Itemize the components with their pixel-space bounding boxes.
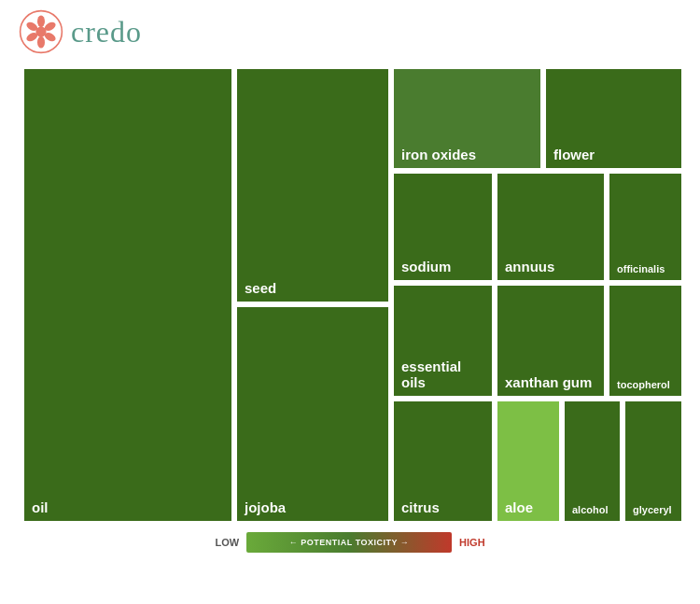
legend: LOW ← POTENTIAL TOXICITY → HIGH: [19, 532, 681, 553]
treemap-cell-aloe: aloe: [495, 399, 562, 524]
treemap: oil seed jojoba iron oxides flower sodiu…: [19, 63, 681, 521]
treemap-cell-alcohol: alcohol: [562, 399, 623, 524]
legend-low-label: LOW: [215, 537, 239, 548]
legend-arrow-text: ← POTENTIAL TOXICITY →: [289, 538, 410, 547]
treemap-cell-sodium: sodium: [391, 171, 495, 283]
treemap-cell-jojoba: jojoba: [234, 304, 391, 524]
treemap-cell-citrus: citrus: [391, 399, 495, 524]
treemap-cell-seed: seed: [234, 66, 391, 304]
treemap-cell-tocopherol: tocopherol: [607, 283, 684, 399]
legend-high-label: HIGH: [459, 537, 485, 548]
treemap-cell-xanthan-gum: xanthan gum: [495, 283, 607, 399]
treemap-cell-flower: flower: [543, 66, 684, 171]
treemap-cell-oil: oil: [21, 66, 234, 524]
legend-gradient: ← POTENTIAL TOXICITY →: [246, 532, 452, 553]
credo-logo-icon: [19, 9, 63, 54]
logo-text: credo: [71, 15, 142, 49]
header: credo: [19, 9, 681, 54]
treemap-cell-officinalis: officinalis: [607, 171, 684, 283]
treemap-cell-glyceryl: glyceryl: [623, 399, 684, 524]
svg-point-7: [35, 26, 46, 36]
treemap-cell-iron-oxides: iron oxides: [391, 66, 543, 171]
page-wrapper: credo oil seed jojoba iron oxides flower…: [0, 0, 700, 604]
treemap-cell-annuus: annuus: [495, 171, 607, 283]
treemap-cell-essential-oils: essential oils: [391, 283, 495, 399]
svg-point-4: [37, 36, 45, 49]
svg-point-1: [37, 15, 45, 27]
